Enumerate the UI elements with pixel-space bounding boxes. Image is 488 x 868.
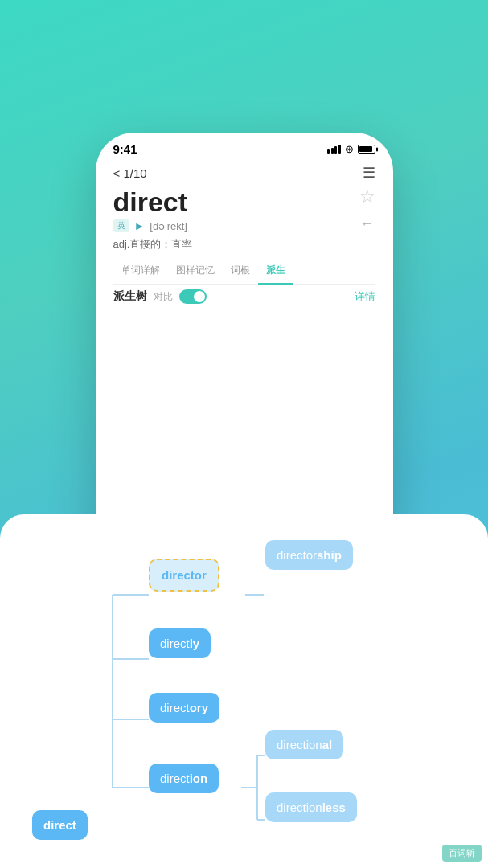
detail-link[interactable]: 详情 bbox=[355, 289, 375, 304]
signal-icon bbox=[327, 145, 341, 154]
node-direct-text: direct bbox=[43, 818, 76, 832]
node-direction-text: direction bbox=[160, 772, 207, 785]
wifi-icon: ⊛ bbox=[345, 143, 354, 155]
filter-icon[interactable]: ☰ bbox=[363, 164, 375, 182]
back-arrow-icon[interactable]: ← bbox=[360, 215, 375, 232]
tab-image-memory[interactable]: 图样记忆 bbox=[168, 258, 223, 284]
toggle-label: 对比 bbox=[154, 290, 173, 304]
language-badge: 英 bbox=[113, 219, 129, 232]
section-bar: 派生树 对比 详情 bbox=[113, 289, 375, 304]
status-icons: ⊛ bbox=[327, 143, 375, 155]
tab-root[interactable]: 词根 bbox=[223, 258, 258, 284]
node-direction[interactable]: direction bbox=[149, 764, 219, 793]
node-director-text: director bbox=[162, 568, 207, 582]
battery-icon bbox=[358, 145, 375, 154]
word-tree-area: direct director directorship directly di… bbox=[0, 514, 488, 868]
word-actions: ☆ ← bbox=[359, 186, 375, 232]
node-directly-text: directly bbox=[160, 637, 199, 650]
node-direct[interactable]: direct bbox=[32, 810, 88, 840]
toggle-switch[interactable] bbox=[179, 289, 207, 304]
section-label: 派生树 bbox=[113, 289, 147, 304]
tabs-row: 单词详解 图样记忆 词根 派生 bbox=[113, 258, 375, 285]
pronunciation-row: 英 ► [də'rekt] bbox=[113, 219, 343, 232]
phonetic-text: [də'rekt] bbox=[150, 220, 187, 232]
node-directional[interactable]: directional bbox=[265, 730, 343, 760]
node-directorship[interactable]: directorship bbox=[265, 540, 353, 570]
star-icon[interactable]: ☆ bbox=[359, 186, 375, 207]
node-directionless-text: directionless bbox=[277, 800, 346, 814]
node-directionless[interactable]: directionless bbox=[265, 792, 357, 822]
word-title: direct bbox=[113, 186, 343, 218]
node-director[interactable]: director bbox=[149, 559, 219, 592]
status-time: 9:41 bbox=[113, 142, 137, 156]
watermark: 百词斩 bbox=[442, 845, 482, 862]
tab-derivative[interactable]: 派生 bbox=[258, 258, 293, 285]
nav-back-button[interactable]: < 1/10 bbox=[113, 166, 147, 180]
node-directory-text: directory bbox=[160, 701, 208, 714]
nav-bar: < 1/10 ☰ direct 英 ► [də'rekt] ☆ ← adj.直接… bbox=[97, 159, 392, 304]
node-directory[interactable]: directory bbox=[149, 693, 219, 723]
status-bar: 9:41 ⊛ bbox=[97, 134, 392, 159]
node-directorship-text: directorship bbox=[277, 548, 342, 562]
word-section: direct 英 ► [də'rekt] ☆ ← bbox=[113, 186, 375, 232]
word-definition: adj.直接的；直率 bbox=[113, 237, 375, 252]
node-directional-text: directional bbox=[277, 738, 332, 751]
phonetic-arrow-icon[interactable]: ► bbox=[134, 219, 146, 232]
node-directly[interactable]: directly bbox=[149, 628, 211, 658]
tab-word-detail[interactable]: 单词详解 bbox=[113, 258, 168, 284]
